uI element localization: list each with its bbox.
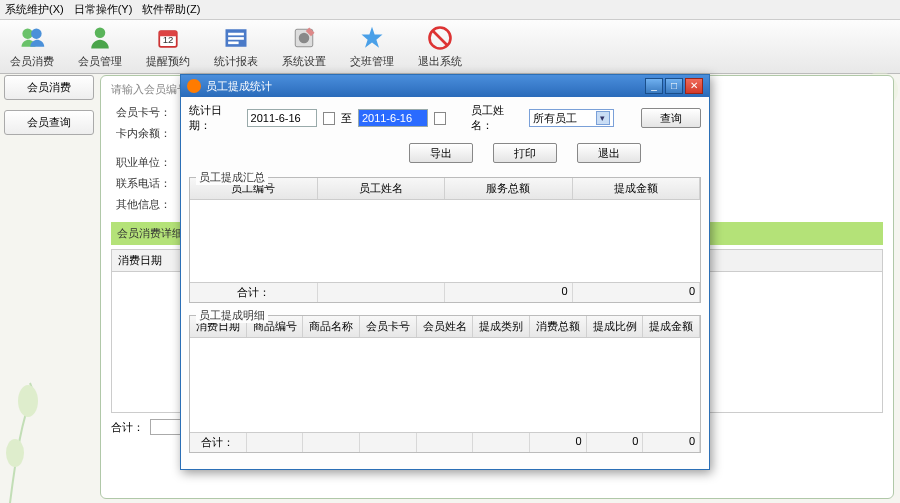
- lab-phone: 联系电话：: [111, 176, 171, 191]
- g1-h4: 提成金额: [573, 178, 701, 199]
- menu-system[interactable]: 系统维护(X): [5, 2, 64, 17]
- lab-cardno: 会员卡号：: [111, 105, 171, 120]
- svg-point-0: [18, 385, 38, 417]
- g2-h6: 提成类别: [473, 316, 530, 337]
- sidebar: 会员消费 会员查询: [4, 75, 94, 145]
- decor-left: [0, 363, 70, 503]
- g1-h3: 服务总额: [445, 178, 573, 199]
- summary-group: 员工提成汇总 员工编号 员工姓名 服务总额 提成金额 合计： 0 0: [189, 177, 701, 303]
- tb-shift[interactable]: 交班管理: [350, 24, 394, 69]
- svg-rect-12: [228, 37, 244, 40]
- print-button[interactable]: 打印: [493, 143, 557, 163]
- tb-label: 交班管理: [350, 54, 394, 69]
- g1-blank: [318, 283, 446, 302]
- g2-v8: 0: [587, 433, 644, 452]
- lab-other: 其他信息：: [111, 197, 171, 212]
- tb-label: 会员消费: [10, 54, 54, 69]
- g2-h5: 会员姓名: [417, 316, 474, 337]
- menubar: 系统维护(X) 日常操作(Y) 软件帮助(Z): [0, 0, 900, 20]
- g2-h7: 消费总额: [530, 316, 587, 337]
- tb-label: 退出系统: [418, 54, 462, 69]
- commission-dialog: 员工提成统计 _ □ ✕ 统计日期： 至 员工姓名： 所有员工▾ 查询 导出 打…: [180, 74, 710, 470]
- dialog-title: 员工提成统计: [206, 79, 272, 94]
- date-label: 统计日期：: [189, 103, 241, 133]
- g2-h9: 提成金额: [643, 316, 700, 337]
- side-query[interactable]: 会员查询: [4, 110, 94, 135]
- tb-remind[interactable]: 12提醒预约: [146, 24, 190, 69]
- g2-v7: 0: [530, 433, 587, 452]
- svg-rect-11: [228, 33, 244, 36]
- svg-rect-13: [228, 42, 239, 45]
- menu-help[interactable]: 软件帮助(Z): [142, 2, 200, 17]
- g1-sum: 合计：: [190, 283, 318, 302]
- g1-h2: 员工姓名: [318, 178, 446, 199]
- date-to[interactable]: [358, 109, 428, 127]
- svg-point-15: [299, 33, 310, 44]
- tb-label: 会员管理: [78, 54, 122, 69]
- detail-group: 员工提成明细 消费日期 商品编号 商品名称 会员卡号 会员姓名 提成类别 消费总…: [189, 315, 701, 453]
- g2-h8: 提成比例: [587, 316, 644, 337]
- g2-sum: 合计：: [190, 433, 247, 452]
- g2-h3: 商品名称: [303, 316, 360, 337]
- emp-value: 所有员工: [533, 111, 577, 126]
- close-button[interactable]: ✕: [685, 78, 703, 94]
- tb-member-consume[interactable]: 会员消费: [10, 24, 54, 69]
- side-consume[interactable]: 会员消费: [4, 75, 94, 100]
- tb-reports[interactable]: 统计报表: [214, 24, 258, 69]
- g2-v9: 0: [643, 433, 700, 452]
- min-button[interactable]: _: [645, 78, 663, 94]
- tb-label: 统计报表: [214, 54, 258, 69]
- menu-daily[interactable]: 日常操作(Y): [74, 2, 133, 17]
- g1-v4: 0: [573, 283, 701, 302]
- dialog-icon: [187, 79, 201, 93]
- emp-combo[interactable]: 所有员工▾: [529, 109, 614, 127]
- filter-row: 统计日期： 至 员工姓名： 所有员工▾ 查询: [189, 103, 701, 133]
- svg-point-1: [6, 439, 24, 467]
- svg-marker-16: [362, 27, 383, 48]
- exit-button[interactable]: 退出: [577, 143, 641, 163]
- summary-grid[interactable]: 员工编号 员工姓名 服务总额 提成金额 合计： 0 0: [190, 178, 700, 302]
- g2-h4: 会员卡号: [360, 316, 417, 337]
- svg-text:12: 12: [163, 34, 174, 45]
- chevron-down-icon: ▾: [596, 111, 610, 125]
- max-button[interactable]: □: [665, 78, 683, 94]
- tb-settings[interactable]: 系统设置: [282, 24, 326, 69]
- tb-member-manage[interactable]: 会员管理: [78, 24, 122, 69]
- date-from[interactable]: [247, 109, 317, 127]
- detail-grid[interactable]: 消费日期 商品编号 商品名称 会员卡号 会员姓名 提成类别 消费总额 提成比例 …: [190, 316, 700, 452]
- chk-from[interactable]: [323, 112, 335, 125]
- total-label: 合计：: [111, 420, 144, 435]
- to-label: 至: [341, 111, 352, 126]
- g1-v3: 0: [445, 283, 573, 302]
- tb-label: 系统设置: [282, 54, 326, 69]
- tb-exit[interactable]: 退出系统: [418, 24, 462, 69]
- export-button[interactable]: 导出: [409, 143, 473, 163]
- chk-to[interactable]: [434, 112, 446, 125]
- titlebar[interactable]: 员工提成统计 _ □ ✕: [181, 75, 709, 97]
- lab-balance: 卡内余额：: [111, 126, 171, 141]
- svg-point-6: [95, 28, 106, 39]
- detail-label: 员工提成明细: [196, 308, 268, 323]
- toolbar: 会员消费 会员管理 12提醒预约 统计报表 系统设置 交班管理 退出系统: [0, 20, 900, 74]
- lab-company: 职业单位：: [111, 155, 171, 170]
- query-button[interactable]: 查询: [641, 108, 701, 128]
- svg-line-18: [433, 31, 447, 45]
- summary-label: 员工提成汇总: [196, 170, 268, 185]
- svg-point-5: [31, 28, 42, 39]
- tb-label: 提醒预约: [146, 54, 190, 69]
- emp-label: 员工姓名：: [471, 103, 523, 133]
